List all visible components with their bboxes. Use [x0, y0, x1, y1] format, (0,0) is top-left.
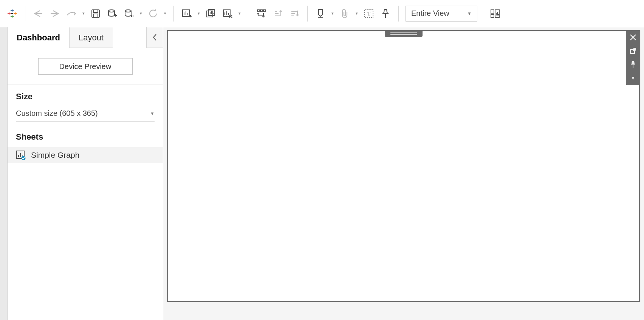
drag-handle[interactable]	[385, 30, 423, 37]
side-panel: Dashboard Layout Device Preview Size Cus…	[8, 27, 163, 320]
highlight-button[interactable]	[312, 5, 329, 22]
size-value: Custom size (605 x 365)	[16, 109, 98, 118]
undo-button[interactable]	[30, 5, 46, 22]
duplicate-sheet-button[interactable]	[203, 5, 219, 22]
sheets-list: Simple Graph	[8, 147, 163, 163]
svg-point-18	[125, 10, 131, 12]
main-area: Dashboard Layout Device Preview Size Cus…	[0, 27, 644, 320]
sheet-item-label: Simple Graph	[31, 151, 79, 160]
redo-button[interactable]	[46, 5, 63, 22]
svg-rect-54	[491, 14, 494, 17]
refresh-button[interactable]	[145, 5, 161, 22]
svg-rect-53	[491, 10, 494, 13]
device-preview-button[interactable]: Device Preview	[38, 58, 133, 75]
text-annotation-button[interactable]: T	[361, 5, 377, 22]
fit-mode-select[interactable]: Entire View ▼	[406, 6, 477, 22]
canvas-area: ▼	[163, 27, 644, 320]
tab-dashboard[interactable]: Dashboard	[8, 27, 69, 48]
sheets-section-title: Sheets	[16, 132, 155, 142]
revert-button[interactable]	[63, 5, 80, 22]
collapse-sidepanel-button[interactable]	[146, 27, 163, 48]
sheet-item-simple-graph[interactable]: Simple Graph	[8, 147, 163, 163]
show-dashboard-button[interactable]	[487, 5, 503, 22]
pin-button[interactable]	[377, 5, 394, 22]
highlight-dropdown[interactable]: ▾	[329, 5, 336, 22]
network-graph	[168, 31, 282, 88]
clear-sheet-button[interactable]	[219, 5, 236, 22]
save-button[interactable]	[87, 5, 104, 22]
refresh-dropdown[interactable]: ▾	[161, 5, 169, 22]
worksheet-icon	[16, 150, 26, 160]
revert-dropdown[interactable]: ▾	[80, 5, 87, 22]
svg-rect-13	[93, 10, 98, 12]
chevron-down-icon[interactable]: ▼	[628, 73, 638, 83]
frame-tool-strip: ▼	[626, 30, 640, 85]
close-icon[interactable]	[628, 32, 638, 42]
open-external-icon[interactable]	[628, 46, 638, 56]
datasource-dropdown[interactable]: ▾	[137, 5, 145, 22]
svg-rect-68	[633, 65, 633, 68]
svg-text:T: T	[367, 11, 371, 17]
swap-button[interactable]	[253, 5, 269, 22]
attachment-dropdown[interactable]: ▾	[353, 5, 361, 22]
sort-desc-button[interactable]	[286, 5, 303, 22]
svg-rect-40	[263, 10, 265, 12]
size-section-title: Size	[16, 92, 155, 102]
sort-asc-button[interactable]	[269, 5, 286, 22]
clear-sheet-dropdown[interactable]: ▾	[236, 5, 243, 22]
sidepanel-tabs: Dashboard Layout	[8, 27, 163, 48]
pin-icon[interactable]	[628, 60, 638, 69]
svg-point-15	[108, 10, 115, 12]
new-worksheet-button[interactable]	[178, 5, 195, 22]
svg-rect-14	[93, 14, 98, 17]
fit-mode-label: Entire View	[411, 9, 449, 18]
left-gutter	[0, 27, 8, 320]
dashboard-frame[interactable]: ▼	[167, 30, 640, 302]
svg-rect-38	[257, 10, 259, 12]
attachment-button[interactable]	[336, 5, 353, 22]
svg-rect-39	[260, 10, 262, 12]
pause-datasource-button[interactable]	[121, 5, 137, 22]
chevron-down-icon: ▼	[150, 111, 155, 116]
size-select[interactable]: Custom size (605 x 365) ▼	[16, 105, 155, 122]
new-datasource-button[interactable]	[104, 5, 121, 22]
tab-layout[interactable]: Layout	[69, 27, 113, 48]
new-worksheet-dropdown[interactable]: ▾	[195, 5, 203, 22]
chevron-down-icon: ▼	[467, 11, 472, 16]
tableau-logo[interactable]	[4, 5, 20, 22]
toolbar: ▾ ▾ ▾ ▾ ▾	[0, 0, 644, 27]
